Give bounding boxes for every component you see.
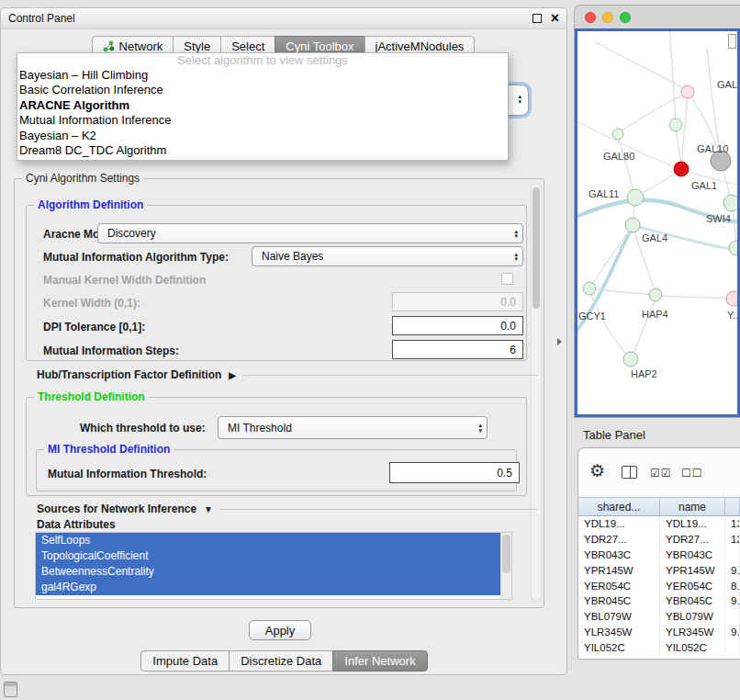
table-row[interactable]: YBR045CYBR045C9.: [578, 593, 740, 609]
network-edge[interactable]: [618, 135, 634, 196]
network-node[interactable]: [583, 282, 596, 295]
attribute-item-topologicalcoefficient[interactable]: TopologicalCoefficient: [36, 548, 500, 564]
network-edge[interactable]: [681, 93, 688, 168]
network-graph[interactable]: GALGAL80GAL10GAL11GAL1SWI4GAL4GCY1HAP4Y.…: [577, 31, 738, 416]
network-node[interactable]: [681, 85, 694, 98]
table-row[interactable]: YIL052CYIL052C: [578, 640, 740, 656]
attribute-item-betweennesscentrality[interactable]: BetweennessCentrality: [36, 564, 500, 580]
mi-threshold-input[interactable]: 0.5: [389, 462, 520, 483]
manual-kernel-checkbox[interactable]: [501, 273, 513, 285]
table-row[interactable]: YDL19...YDL19...13: [578, 516, 740, 532]
mi-steps-input[interactable]: 6: [392, 340, 523, 359]
mi-type-select[interactable]: Naive Bayes ▴▾: [252, 246, 523, 266]
network-canvas[interactable]: GALGAL80GAL10GAL11GAL1SWI4GAL4GCY1HAP4Y.…: [575, 28, 740, 417]
algorithm-option-mutual-information-inference[interactable]: Mutual Information Inference: [17, 113, 508, 128]
network-edge[interactable]: [637, 170, 681, 196]
network-edge[interactable]: [669, 31, 676, 123]
close-window-icon[interactable]: [585, 12, 596, 23]
algorithm-option-basic-correlation-inference[interactable]: Basic Correlation Inference: [17, 83, 508, 97]
column-header-shared-[interactable]: shared...: [578, 497, 660, 516]
network-node[interactable]: [669, 119, 682, 131]
network-node[interactable]: [729, 241, 738, 255]
network-edge[interactable]: [632, 296, 656, 357]
table-cell: YIL052C: [578, 640, 660, 656]
network-node[interactable]: [674, 162, 689, 176]
network-node-label: GCY1: [578, 310, 606, 322]
attribute-item-gal4rgexp[interactable]: gal4RGexp: [36, 580, 500, 595]
network-node[interactable]: [623, 352, 638, 367]
attributes-scrollbar[interactable]: [500, 533, 511, 599]
algorithm-option-bayesian-k2[interactable]: Bayesian – K2: [17, 129, 508, 143]
which-threshold-select[interactable]: MI Threshold ▴▾: [218, 416, 488, 439]
data-attributes-list[interactable]: SelfLoopsTopologicalCoefficientBetweenne…: [35, 532, 512, 600]
mi-type-label: Mutual Information Algorithm Type:: [43, 251, 229, 264]
panel-resize-grip[interactable]: [557, 338, 562, 345]
network-edge[interactable]: [676, 126, 681, 167]
dpi-tolerance-label: DPI Tolerance [0,1]:: [43, 321, 145, 333]
network-edge[interactable]: [590, 226, 633, 287]
bottom-tab-infer-network[interactable]: Infer Network: [332, 650, 427, 672]
network-node[interactable]: [723, 195, 738, 211]
network-node[interactable]: [726, 291, 738, 306]
bottom-tab-discretize-data[interactable]: Discretize Data: [229, 650, 333, 672]
algorithm-option-dream8-dc-tdc-algorithm[interactable]: Dream8 DC_TDC Algorithm: [17, 143, 508, 158]
table-cell: 12: [725, 532, 740, 548]
mi-steps-label: Mutual Information Steps:: [43, 344, 179, 357]
table-toolbar: ⚙ ☑☑ ☐☐: [578, 448, 740, 497]
network-node[interactable]: [627, 189, 644, 206]
select-all-checkbox-icon[interactable]: ☑☑: [650, 467, 672, 480]
minimize-window-icon[interactable]: [602, 12, 613, 23]
table-cell: YPR145W: [578, 563, 660, 579]
bottom-tab-impute-data[interactable]: Impute Data: [140, 650, 230, 672]
settings-scrollbar[interactable]: [531, 183, 542, 602]
table-row[interactable]: YER054CYER054C8.: [578, 579, 740, 594]
algorithm-option-bayesian-hill-climbing[interactable]: Bayesian – Hill Climbing: [17, 68, 508, 83]
attribute-item-selfloops[interactable]: SelfLoops: [36, 533, 500, 548]
dpi-tolerance-input[interactable]: 0.0: [392, 316, 523, 335]
table-row[interactable]: YDR27...YDR27...12: [578, 532, 740, 548]
network-view-window: GALGAL80GAL10GAL11GAL1SWI4GAL4GCY1HAP4Y.…: [574, 5, 740, 418]
kernel-width-input[interactable]: 0.0: [392, 292, 523, 311]
table-cell: YLR345W: [660, 625, 725, 640]
minimized-panel-icon[interactable]: [4, 682, 17, 697]
scrollbar-thumb[interactable]: [502, 535, 510, 573]
table-cell: YLR345W: [578, 625, 660, 640]
table-row[interactable]: YPR145WYPR145W9.: [578, 563, 740, 579]
combo-arrows-icon: ▴▾: [514, 229, 518, 239]
algorithm-definition-title: Algorithm Definition: [34, 198, 147, 211]
sources-section-toggle[interactable]: Sources for Network Inference ▼: [37, 502, 538, 515]
table-cell: YBR043C: [578, 548, 660, 563]
apply-button[interactable]: Apply: [249, 620, 311, 640]
network-node[interactable]: [625, 218, 640, 232]
network-node-label: GAL4: [642, 232, 667, 243]
algorithm-option-aracne-algorithm[interactable]: ARACNE Algorithm: [17, 98, 508, 113]
network-edge[interactable]: [596, 42, 687, 90]
table-cell: [725, 640, 740, 656]
network-node-label: HAP2: [631, 368, 657, 379]
aracne-mode-select[interactable]: Discovery ▴▾: [97, 223, 523, 243]
column-header-name[interactable]: name: [660, 497, 725, 516]
table-panel-title: Table Panel: [583, 428, 645, 442]
column-chooser-icon[interactable]: [622, 466, 637, 479]
table-cell: [725, 548, 740, 563]
table-cell: YBR043C: [660, 548, 725, 563]
table-row[interactable]: YBL079WYBL079W: [578, 609, 740, 625]
canvas-scroll-button[interactable]: [728, 34, 736, 49]
table-header: shared...name: [578, 497, 740, 516]
hub-section-toggle[interactable]: Hub/Transcription Factor Definition ▶: [37, 368, 538, 381]
gear-icon[interactable]: ⚙: [589, 460, 605, 481]
combo-arrows-icon: ▴▾: [514, 252, 518, 262]
scrollbar-thumb[interactable]: [533, 187, 540, 309]
network-node[interactable]: [612, 129, 623, 140]
zoom-window-icon[interactable]: [620, 12, 631, 23]
float-window-icon[interactable]: [533, 14, 542, 23]
tab-label: Cyni Toolbox: [286, 40, 353, 53]
table-row[interactable]: YLR345WYLR345W9.: [578, 625, 740, 640]
threshold-definition-group: Threshold Definition Which threshold to …: [26, 397, 527, 496]
network-node[interactable]: [649, 288, 662, 301]
table-row[interactable]: YBR043CYBR043C: [578, 548, 740, 563]
close-window-icon[interactable]: ×: [551, 13, 559, 24]
network-edge[interactable]: [656, 296, 733, 299]
column-header-cut[interactable]: [725, 497, 740, 516]
clear-selection-checkbox-icon[interactable]: ☐☐: [681, 467, 703, 480]
